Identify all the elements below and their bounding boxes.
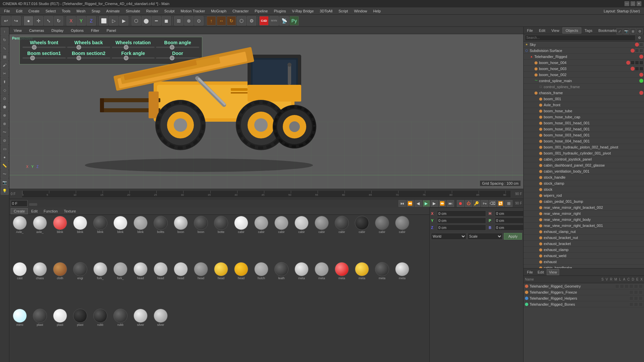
close-button[interactable]: ✕ — [637, 1, 641, 6]
mat-item-cabir[interactable]: cabir — [231, 216, 251, 261]
vp-grid-btn[interactable]: ⊞ — [630, 28, 636, 34]
obj-tab-edit[interactable]: Edit — [536, 28, 548, 33]
rsub-freeze[interactable]: Telehandler_Riggers_Freeze — [524, 289, 644, 295]
object-mode-btn[interactable]: ⬡ — [131, 16, 141, 25]
obj-toolbar-icons[interactable]: ⚙ — [636, 35, 643, 40]
mat-item-plast[interactable]: plast — [30, 308, 50, 354]
mat-item-boon[interactable]: boon — [171, 216, 191, 261]
obj-exhaust[interactable]: ⬤ exhaust — [524, 259, 644, 265]
obj-boom-hose-004[interactable]: ⬤ boom_hose_004 — [524, 60, 644, 66]
menu-create[interactable]: Create — [26, 8, 42, 14]
vp-tab-panel[interactable]: Panel — [104, 27, 119, 34]
mat-item-blink[interactable]: blink — [91, 216, 110, 261]
obj-boom-hose-001-head-001[interactable]: ⬤ boom_hose_001_head_001 — [524, 120, 644, 126]
timeline-track[interactable]: 0 5 10 15 20 25 30 35 40 45 50 — [22, 191, 511, 197]
tool-magnet[interactable]: ⊘ — [1, 136, 9, 144]
scale-tool-btn[interactable]: ↔ — [217, 16, 226, 25]
mat-item-cabir[interactable]: cabir — [252, 216, 271, 261]
mat-item-boon[interactable]: boon — [191, 216, 211, 261]
tool-bevel[interactable]: ◇ — [1, 86, 9, 94]
mat-item-axle_[interactable]: axle_ — [30, 216, 50, 261]
vp-tab-filter[interactable]: Filter — [88, 27, 102, 34]
tool-select[interactable]: ▦ — [1, 53, 9, 61]
mat-item-cabir[interactable]: cabir — [392, 216, 412, 261]
next-key-btn[interactable]: ⏩ — [439, 200, 446, 207]
apply-button[interactable]: Apply — [504, 233, 522, 240]
mat-item-cabir[interactable]: cabir — [372, 216, 392, 261]
tool-iron[interactable]: ▭ — [1, 145, 9, 153]
menu-character[interactable]: Character — [230, 8, 251, 14]
vp-maximize-btn[interactable]: ⤢ — [616, 28, 623, 34]
vp-tab-cameras[interactable]: Cameras — [26, 27, 47, 34]
obj-exhaust-bracket[interactable]: ⬤ exhaust_bracket — [524, 241, 644, 247]
obj-rear-view-right-body[interactable]: ⬤ rear_view_mirror_right_body — [524, 217, 644, 223]
obj-telehandler[interactable]: 🔺 Telehandler_Rigged — [524, 54, 644, 60]
x-axis-btn[interactable]: X — [66, 16, 76, 25]
obj-boom-hose-tube-cap[interactable]: ⬤ boom_hose_tube_cap — [524, 114, 644, 120]
menu-file[interactable]: File — [1, 8, 13, 14]
obj-tab-objects[interactable]: Objects — [562, 27, 581, 34]
menu-3dtoall[interactable]: 3DToAll — [317, 8, 335, 14]
menu-sculpt[interactable]: Sculpt — [162, 8, 177, 14]
mat-item-fork_[interactable]: fork_ — [111, 262, 130, 307]
mat-item-blink[interactable]: blink — [111, 216, 130, 261]
obj-dot[interactable] — [635, 43, 639, 47]
mat-item-fork_[interactable]: fork_ — [91, 262, 110, 307]
obj-control-splines-frame[interactable]: □ control_splines_frame — [524, 84, 644, 90]
move-tool-btn[interactable]: ↑ — [207, 16, 216, 25]
obj-cabin-handbrake[interactable]: ⬤ cabin_handbrake — [524, 265, 644, 268]
mat-item-cast[interactable]: cast — [10, 262, 30, 307]
render-region-btn[interactable]: ⬜ — [99, 16, 108, 25]
undo-btn[interactable]: ↩ — [1, 16, 11, 25]
vp-tab-view[interactable]: View — [11, 27, 25, 34]
obj-exhaust-weld[interactable]: ⬤ exhaust_weld — [524, 253, 644, 259]
edge-mode-btn[interactable]: ━ — [152, 16, 161, 25]
menu-simulate[interactable]: Simulate — [123, 8, 143, 14]
goto-end-btn[interactable]: ⏭ — [447, 200, 454, 207]
tool-move[interactable]: ↑ — [1, 27, 9, 36]
rig-knob-wf[interactable] — [32, 45, 37, 50]
auto-key-btn[interactable]: ⏻ — [465, 200, 472, 207]
rsub-helpers[interactable]: Telehandler_Rigged_Helpers — [524, 295, 644, 301]
size-y-input[interactable] — [495, 218, 523, 224]
del-key-btn[interactable]: ⌫ — [489, 200, 496, 207]
mat-item-silver[interactable]: silver — [151, 308, 170, 354]
mat-item-head[interactable]: head — [231, 262, 251, 307]
obj-boom-hose-tube[interactable]: ⬤ boom_hose_tube — [524, 108, 644, 114]
y-axis-btn[interactable]: Y — [76, 16, 86, 25]
menu-plugins[interactable]: Plugins — [271, 8, 288, 14]
vp-tab-options[interactable]: Options — [68, 27, 87, 34]
obj-vis[interactable] — [639, 43, 643, 47]
obj-rear-view-right[interactable]: ⬤ rear_view_mirror_right — [524, 210, 644, 217]
key-sel-btn[interactable]: 🗝 — [481, 200, 488, 207]
tool-extrude[interactable]: ⬆ — [1, 78, 9, 86]
mat-item-meta[interactable]: meta — [292, 262, 311, 307]
menu-pipeline[interactable]: Pipeline — [252, 8, 270, 14]
obj-exhaust-clamp-nut[interactable]: ⬤ exhaust_clamp_nut — [524, 229, 644, 235]
key-all-btn[interactable]: 🔑 — [473, 200, 480, 207]
mat-tab-texture[interactable]: Texture — [61, 208, 78, 214]
obj-dot[interactable] — [639, 55, 643, 59]
preview-btn[interactable]: ⊞ — [505, 200, 513, 207]
tool-knife[interactable]: ✂ — [1, 69, 9, 77]
pos-z-input[interactable] — [437, 225, 486, 231]
mat-item-silver[interactable]: silver — [131, 308, 150, 354]
mat-item-engi[interactable]: engi — [70, 262, 90, 307]
mat-item-blink[interactable]: blink — [131, 216, 150, 261]
ring-sel-btn[interactable]: ⊙ — [194, 16, 204, 25]
rsub-tab-edit[interactable]: Edit — [536, 269, 546, 275]
tool-sculpt[interactable]: ● — [1, 153, 9, 161]
vp-settings-btn[interactable]: ⚙ — [637, 28, 643, 34]
rotate-btn[interactable]: ↻ — [54, 16, 63, 25]
menu-animate[interactable]: Animate — [104, 8, 122, 14]
mat-item-botte[interactable]: botte — [211, 216, 231, 261]
tool-smooth[interactable]: 〜 — [1, 128, 9, 136]
obj-chassis-frame[interactable]: ⬤ chassis_frame — [524, 90, 644, 96]
obj-wipers-rod[interactable]: ⬤ wipers_rod — [524, 192, 644, 198]
obj-exhaust-clamp[interactable]: ⬤ exhaust_clamp — [524, 247, 644, 253]
obj-tab-bookmarks[interactable]: Bookmarks — [596, 28, 620, 33]
pos-y-input[interactable] — [437, 218, 486, 224]
pos-x-input[interactable] — [437, 210, 486, 217]
redo-btn[interactable]: ↪ — [11, 16, 21, 25]
goto-start-btn[interactable]: ⏮ — [398, 200, 406, 207]
